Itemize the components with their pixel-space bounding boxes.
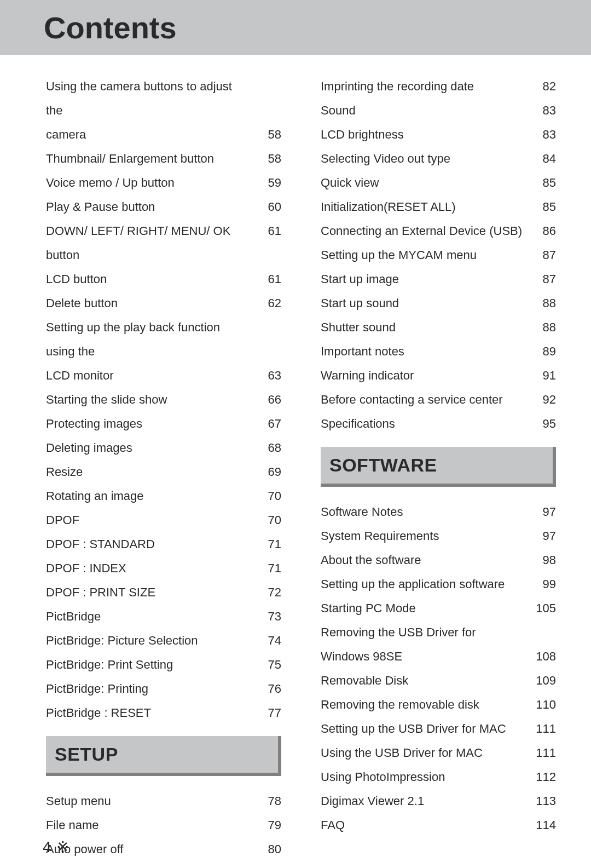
toc-title: LCD brightness xyxy=(321,123,530,147)
page-number: 4 ※ xyxy=(43,838,69,856)
page-title: Contents xyxy=(44,10,177,45)
toc-page: 83 xyxy=(530,99,556,123)
toc-title: Important notes xyxy=(321,340,530,364)
toc-row: Shutter sound88 xyxy=(321,315,556,340)
toc-row: Digimax Viewer 2.1113 xyxy=(321,789,556,813)
toc-row: Play & Pause button60 xyxy=(46,195,281,219)
toc-title: Resize xyxy=(46,460,255,484)
toc-row: Initialization(RESET ALL)85 xyxy=(321,195,556,219)
toc-row: Starting the slide show66 xyxy=(46,388,281,412)
toc-row: Using PhotoImpression112 xyxy=(321,765,556,789)
toc-title: Windows 98SE xyxy=(321,645,530,669)
page: Contents Using the camera buttons to adj… xyxy=(0,0,591,868)
toc-row: LCD monitor63 xyxy=(46,364,281,388)
toc-title: Specifications xyxy=(321,412,530,436)
content-area: Using the camera buttons to adjust theca… xyxy=(46,74,556,830)
section-heading: SETUP xyxy=(55,744,269,765)
toc-row: Auto power off80 xyxy=(46,837,281,861)
toc-row: PictBridge : RESET77 xyxy=(46,701,281,725)
toc-row: PictBridge: Print Setting75 xyxy=(46,653,281,677)
toc-row: Important notes89 xyxy=(321,340,556,364)
toc-title: Sound xyxy=(321,99,530,123)
toc-title: Setting up the MYCAM menu xyxy=(321,243,530,267)
toc-page: 97 xyxy=(530,524,556,548)
toc-page: 60 xyxy=(255,195,281,219)
toc-row: Imprinting the recording date82 xyxy=(321,74,556,99)
toc-page: 75 xyxy=(255,653,281,677)
toc-title: Start up image xyxy=(321,267,530,291)
toc-title: LCD monitor xyxy=(46,364,255,388)
toc-title: camera xyxy=(46,123,255,147)
toc-row: Thumbnail/ Enlargement button58 xyxy=(46,147,281,171)
toc-list-right-top: Imprinting the recording date82Sound83LC… xyxy=(321,74,556,436)
toc-title: PictBridge: Printing xyxy=(46,677,255,701)
toc-page: 85 xyxy=(530,195,556,219)
toc-row: Voice memo / Up button59 xyxy=(46,171,281,195)
section-header-software: SOFTWARE xyxy=(321,447,556,487)
toc-row: Warning indicator91 xyxy=(321,364,556,388)
toc-page: 61 xyxy=(255,267,281,291)
toc-title: Auto power off xyxy=(46,837,255,861)
toc-row: FAQ114 xyxy=(321,813,556,837)
toc-page: 83 xyxy=(530,123,556,147)
toc-page: 58 xyxy=(255,123,281,147)
toc-page: 89 xyxy=(530,340,556,364)
toc-row: Language81 xyxy=(46,861,281,868)
toc-page: 110 xyxy=(530,693,556,717)
toc-row: PictBridge: Picture Selection74 xyxy=(46,629,281,653)
toc-title: Software Notes xyxy=(321,500,530,524)
toc-page: 88 xyxy=(530,291,556,315)
toc-page: 80 xyxy=(255,837,281,861)
toc-row: DPOF : PRINT SIZE72 xyxy=(46,580,281,605)
toc-page: 71 xyxy=(255,532,281,556)
toc-page: 109 xyxy=(530,669,556,693)
toc-row: Removing the removable disk110 xyxy=(321,693,556,717)
toc-title: Starting the slide show xyxy=(46,388,255,412)
toc-page: 70 xyxy=(255,484,281,508)
toc-list-right-software: Software Notes97System Requirements97Abo… xyxy=(321,500,556,837)
toc-title: Initialization(RESET ALL) xyxy=(321,195,530,219)
toc-page: 79 xyxy=(255,813,281,837)
toc-row: LCD brightness83 xyxy=(321,123,556,147)
left-column: Using the camera buttons to adjust theca… xyxy=(46,74,281,830)
toc-page: 111 xyxy=(530,717,556,741)
toc-title: Thumbnail/ Enlargement button xyxy=(46,147,255,171)
toc-page: 77 xyxy=(255,701,281,725)
toc-page: 86 xyxy=(530,219,556,243)
toc-title: PictBridge xyxy=(46,605,255,629)
toc-row: Resize69 xyxy=(46,460,281,484)
toc-title: Using the USB Driver for MAC xyxy=(321,741,530,765)
toc-row: Setting up the play back function using … xyxy=(46,315,281,364)
toc-page: 69 xyxy=(255,460,281,484)
toc-row: PictBridge: Printing76 xyxy=(46,677,281,701)
toc-title: Removing the USB Driver for xyxy=(321,620,530,645)
toc-title: Setup menu xyxy=(46,789,255,813)
toc-row: DOWN/ LEFT/ RIGHT/ MENU/ OK button61 xyxy=(46,219,281,267)
toc-title: About the software xyxy=(321,548,530,572)
toc-title: System Requirements xyxy=(321,524,530,548)
toc-title: Digimax Viewer 2.1 xyxy=(321,789,530,813)
toc-row: Deleting images68 xyxy=(46,436,281,460)
toc-row: File name79 xyxy=(46,813,281,837)
toc-title: Using the camera buttons to adjust the xyxy=(46,74,255,123)
toc-page: 88 xyxy=(530,315,556,340)
toc-title: Language xyxy=(46,861,255,868)
toc-row: Quick view85 xyxy=(321,171,556,195)
toc-title: Connecting an External Device (USB) xyxy=(321,219,530,243)
toc-row: Windows 98SE108 xyxy=(321,645,556,669)
toc-title: Shutter sound xyxy=(321,315,530,340)
toc-page: 71 xyxy=(255,556,281,580)
toc-page: 92 xyxy=(530,388,556,412)
toc-title: Setting up the USB Driver for MAC xyxy=(321,717,530,741)
toc-title: DPOF : PRINT SIZE xyxy=(46,580,255,605)
toc-row: Using the camera buttons to adjust the xyxy=(46,74,281,123)
toc-list-left-top: Using the camera buttons to adjust theca… xyxy=(46,74,281,725)
toc-page: 67 xyxy=(255,412,281,436)
toc-row: System Requirements97 xyxy=(321,524,556,548)
toc-title: Removable Disk xyxy=(321,669,530,693)
toc-page: 76 xyxy=(255,677,281,701)
page-number-value: 4 xyxy=(43,838,52,855)
toc-page: 82 xyxy=(530,74,556,99)
toc-row: About the software98 xyxy=(321,548,556,572)
toc-title: LCD button xyxy=(46,267,255,291)
